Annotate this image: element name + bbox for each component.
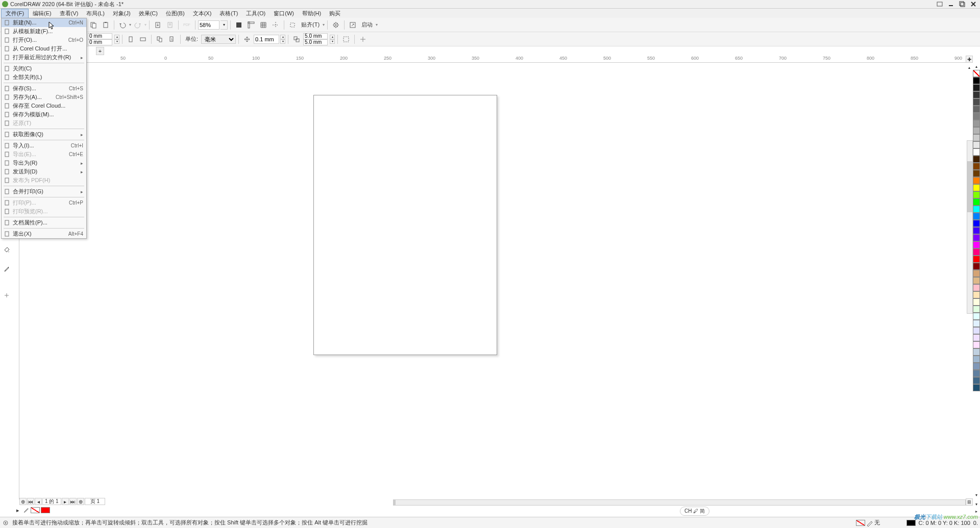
- horizontal-ruler[interactable]: 2001501005005010015020025030035040045050…: [19, 56, 966, 63]
- color-swatch[interactable]: [973, 77, 980, 84]
- color-swatch[interactable]: [973, 370, 980, 377]
- eyedropper-palette-button[interactable]: [22, 507, 30, 514]
- portrait-button[interactable]: [125, 34, 136, 45]
- zoom-input[interactable]: [198, 20, 219, 30]
- recent-menu-item[interactable]: 打开最近用过的文件(R)▸: [2, 53, 86, 62]
- menu-item-1[interactable]: 编辑(E): [29, 9, 56, 18]
- dup-x-input[interactable]: [303, 33, 328, 39]
- paste-button[interactable]: [100, 19, 111, 31]
- template-menu-item[interactable]: 从模板新建(F)...: [2, 27, 86, 36]
- palette-scroll-up[interactable]: ▴: [973, 63, 980, 70]
- menu-item-2[interactable]: 查看(V): [56, 9, 83, 18]
- menu-item-6[interactable]: 位图(B): [162, 9, 189, 18]
- show-rulers-button[interactable]: [246, 19, 257, 31]
- color-swatch[interactable]: [973, 227, 980, 234]
- export-button[interactable]: [164, 19, 176, 31]
- color-swatch[interactable]: [973, 327, 980, 334]
- menu-item-9[interactable]: 工具(O): [242, 9, 270, 18]
- treat-as-filled-button[interactable]: [340, 34, 352, 45]
- color-swatch[interactable]: [973, 341, 980, 348]
- new-doc-menu-item[interactable]: 新建(N)...Ctrl+N: [2, 18, 86, 27]
- vertical-scrollbar[interactable]: [967, 140, 973, 314]
- add-tab-button[interactable]: +: [96, 47, 104, 55]
- color-swatch[interactable]: [973, 91, 980, 98]
- menu-item-11[interactable]: 帮助(H): [298, 9, 325, 18]
- menu-item-7[interactable]: 文本(X): [189, 9, 216, 18]
- exportas-menu-item[interactable]: 导出为(R)▸: [2, 159, 86, 167]
- color-swatch[interactable]: [973, 248, 980, 256]
- page-tab[interactable]: 页 1: [85, 498, 105, 505]
- page-add-left-button[interactable]: ⊕: [19, 498, 27, 505]
- spinner-up[interactable]: ▴: [114, 35, 119, 39]
- saveas-menu-item[interactable]: 另存为(A)...Ctrl+Shift+S: [2, 93, 86, 102]
- menu-item-5[interactable]: 效果(C): [135, 9, 162, 18]
- color-swatch[interactable]: [973, 84, 980, 91]
- snap-label[interactable]: 贴齐(T): [301, 21, 320, 29]
- horizontal-scrollbar[interactable]: [393, 499, 966, 506]
- landscape-button[interactable]: [137, 34, 149, 45]
- snap-off-button[interactable]: [287, 19, 298, 31]
- page-first-button[interactable]: ⏮: [27, 498, 34, 505]
- page-prev-button[interactable]: ◂: [35, 498, 42, 505]
- scrollbar-thumb[interactable]: [967, 161, 972, 212]
- add-preset-button[interactable]: [357, 34, 369, 45]
- menu-item-12[interactable]: 购买: [325, 9, 345, 18]
- float-icon[interactable]: [935, 1, 944, 8]
- spinner-up[interactable]: ▴: [280, 35, 285, 39]
- minimize-button[interactable]: [946, 1, 955, 8]
- color-swatch[interactable]: [973, 148, 980, 156]
- closeall-menu-item[interactable]: 全部关闭(L): [2, 73, 86, 82]
- sendto-menu-item[interactable]: 发送到(D)▸: [2, 167, 86, 176]
- launch-label[interactable]: 启动: [361, 21, 373, 29]
- nudge-input[interactable]: [254, 35, 279, 44]
- color-swatch[interactable]: [973, 277, 980, 284]
- close-button[interactable]: [969, 1, 978, 8]
- color-swatch[interactable]: [973, 356, 980, 363]
- color-swatch[interactable]: [973, 141, 980, 148]
- savetpl-menu-item[interactable]: 保存为模版(M)...: [2, 110, 86, 119]
- color-swatch[interactable]: [973, 363, 980, 370]
- spinner-up[interactable]: ▴: [330, 35, 335, 39]
- color-swatch[interactable]: [973, 348, 980, 356]
- units-select[interactable]: 毫米: [201, 35, 236, 44]
- color-swatch[interactable]: [973, 184, 980, 191]
- color-swatch[interactable]: [973, 234, 980, 241]
- color-swatch[interactable]: [973, 191, 980, 198]
- menu-item-3[interactable]: 布局(L): [82, 9, 108, 18]
- redo-button[interactable]: [132, 19, 143, 31]
- color-swatch[interactable]: [973, 198, 980, 206]
- savecloud-menu-item[interactable]: 保存至 Corel Cloud...: [2, 102, 86, 110]
- palette-flyout-left[interactable]: ▸: [14, 507, 21, 514]
- fullscreen-button[interactable]: [233, 19, 244, 31]
- ime-indicator[interactable]: CH 🖊 简: [680, 507, 709, 516]
- canvas-scroll-down[interactable]: ▾: [973, 491, 980, 498]
- color-swatch[interactable]: [973, 213, 980, 220]
- color-swatch[interactable]: [973, 120, 980, 127]
- fill-tool-button[interactable]: [2, 245, 11, 254]
- cloud-open-menu-item[interactable]: 从 Corel Cloud 打开...: [2, 44, 86, 53]
- page-add-right-button[interactable]: ⊕: [77, 498, 84, 505]
- page-width-input[interactable]: [88, 33, 112, 39]
- color-swatch[interactable]: [973, 306, 980, 313]
- menu-item-8[interactable]: 表格(T): [215, 9, 242, 18]
- color-swatch[interactable]: [973, 170, 980, 177]
- color-swatch[interactable]: [973, 134, 980, 141]
- import-button[interactable]: [152, 19, 163, 31]
- color-swatch[interactable]: [973, 291, 980, 298]
- page-next-button[interactable]: ▸: [62, 498, 69, 505]
- menu-item-10[interactable]: 窗口(W): [270, 9, 298, 18]
- eyedropper-tool-button[interactable]: [2, 264, 11, 273]
- color-swatch[interactable]: [973, 334, 980, 341]
- add-tool-button[interactable]: [2, 291, 11, 300]
- color-swatch[interactable]: [973, 113, 980, 120]
- outline-pen-icon[interactable]: [866, 519, 873, 526]
- color-swatch[interactable]: [973, 270, 980, 277]
- publish-pdf-button[interactable]: PDF: [181, 19, 192, 31]
- page-last-button[interactable]: ⏭: [69, 498, 77, 505]
- color-swatch[interactable]: [973, 263, 980, 270]
- palette-swatch-red[interactable]: [41, 507, 50, 513]
- fill-swatch-none[interactable]: [856, 520, 865, 526]
- color-swatch[interactable]: [973, 206, 980, 213]
- show-guidelines-button[interactable]: [270, 19, 281, 31]
- gear-icon[interactable]: [2, 519, 9, 526]
